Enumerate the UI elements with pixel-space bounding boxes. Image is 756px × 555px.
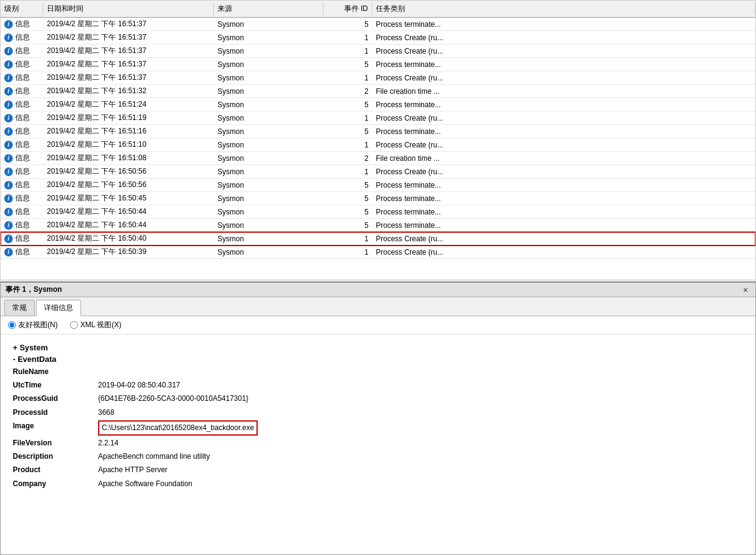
task-cell: Process terminate... bbox=[372, 220, 755, 231]
info-icon: i bbox=[4, 235, 13, 243]
header-datetime: 日期和时间 bbox=[43, 2, 214, 15]
info-icon: i bbox=[4, 114, 13, 122]
detail-header: 事件 1，Sysmon × bbox=[1, 283, 755, 297]
info-icon: i bbox=[4, 47, 13, 55]
level-cell: i 信息 bbox=[1, 44, 43, 57]
field-value: Apache Software Foundation bbox=[98, 478, 193, 490]
level-cell: i 信息 bbox=[1, 98, 43, 111]
table-row[interactable]: i 信息 2019/4/2 星期二 下午 16:50:56 Sysmon 5 P… bbox=[1, 179, 755, 192]
task-cell: File creation time ... bbox=[372, 86, 755, 97]
table-row[interactable]: i 信息 2019/4/2 星期二 下午 16:51:37 Sysmon 5 P… bbox=[1, 58, 755, 71]
table-row[interactable]: i 信息 2019/4/2 星期二 下午 16:50:44 Sysmon 5 P… bbox=[1, 219, 755, 232]
source-cell: Sysmon bbox=[214, 59, 323, 70]
table-row[interactable]: i 信息 2019/4/2 星期二 下午 16:51:10 Sysmon 1 P… bbox=[1, 138, 755, 152]
radio-option[interactable]: 友好视图(N) bbox=[8, 320, 58, 330]
level-text: 信息 bbox=[15, 86, 30, 96]
source-cell: Sysmon bbox=[214, 247, 323, 258]
table-row[interactable]: i 信息 2019/4/2 星期二 下午 16:50:39 Sysmon 1 P… bbox=[1, 246, 755, 259]
task-cell: Process Create (ru... bbox=[372, 247, 755, 258]
table-row[interactable]: i 信息 2019/4/2 星期二 下午 16:51:37 Sysmon 1 P… bbox=[1, 31, 755, 44]
datetime-cell: 2019/4/2 星期二 下午 16:51:16 bbox=[43, 125, 214, 138]
level-cell: i 信息 bbox=[1, 58, 43, 71]
detail-close-button[interactable]: × bbox=[741, 285, 751, 295]
level-text: 信息 bbox=[15, 59, 30, 69]
eventid-cell: 1 bbox=[323, 140, 372, 150]
datetime-cell: 2019/4/2 星期二 下午 16:50:44 bbox=[43, 219, 214, 232]
tabs-bar: 常规详细信息 bbox=[1, 297, 755, 316]
field-row: ProcessId 3668 bbox=[13, 407, 743, 419]
source-cell: Sysmon bbox=[214, 166, 323, 177]
field-value: 3668 bbox=[98, 407, 115, 419]
table-row[interactable]: i 信息 2019/4/2 星期二 下午 16:51:32 Sysmon 2 F… bbox=[1, 85, 755, 98]
field-name: Company bbox=[13, 478, 98, 490]
table-header: 级别 日期和时间 来源 事件 ID 任务类别 bbox=[1, 1, 755, 18]
level-text: 信息 bbox=[15, 220, 30, 230]
datetime-cell: 2019/4/2 星期二 下午 16:50:39 bbox=[43, 246, 214, 258]
field-row: FileVersion 2.2.14 bbox=[13, 437, 743, 449]
tab-详细信息[interactable]: 详细信息 bbox=[36, 300, 81, 316]
info-icon: i bbox=[4, 87, 13, 96]
eventid-cell: 5 bbox=[323, 126, 372, 137]
table-row[interactable]: i 信息 2019/4/2 星期二 下午 16:50:45 Sysmon 5 P… bbox=[1, 192, 755, 205]
info-icon: i bbox=[4, 101, 13, 109]
eventdata-expand[interactable]: - EventData bbox=[13, 355, 57, 364]
datetime-cell: 2019/4/2 星期二 下午 16:51:37 bbox=[43, 31, 214, 44]
eventid-cell: 5 bbox=[323, 220, 372, 231]
radio-input[interactable] bbox=[8, 321, 16, 329]
table-row[interactable]: i 信息 2019/4/2 星期二 下午 16:51:37 Sysmon 5 P… bbox=[1, 18, 755, 31]
source-cell: Sysmon bbox=[214, 72, 323, 83]
table-row[interactable]: i 信息 2019/4/2 星期二 下午 16:51:08 Sysmon 2 F… bbox=[1, 152, 755, 165]
task-cell: Process terminate... bbox=[372, 126, 755, 137]
eventid-cell: 1 bbox=[323, 166, 372, 177]
task-cell: File creation time ... bbox=[372, 153, 755, 164]
datetime-cell: 2019/4/2 星期二 下午 16:50:40 bbox=[43, 232, 214, 245]
radio-label: XML 视图(X) bbox=[80, 320, 122, 330]
table-row[interactable]: i 信息 2019/4/2 星期二 下午 16:50:40 Sysmon 1 P… bbox=[1, 232, 755, 246]
eventid-cell: 5 bbox=[323, 59, 372, 70]
level-cell: i 信息 bbox=[1, 125, 43, 138]
field-row: ProcessGuid {6D41E76B-2260-5CA3-0000-001… bbox=[13, 393, 743, 405]
field-name: UtcTime bbox=[13, 380, 98, 391]
info-icon: i bbox=[4, 34, 13, 42]
table-row[interactable]: i 信息 2019/4/2 星期二 下午 16:51:37 Sysmon 1 P… bbox=[1, 71, 755, 85]
level-cell: i 信息 bbox=[1, 71, 43, 84]
eventid-cell: 1 bbox=[323, 72, 372, 83]
table-row[interactable]: i 信息 2019/4/2 星期二 下午 16:50:56 Sysmon 1 P… bbox=[1, 165, 755, 179]
radio-option[interactable]: XML 视图(X) bbox=[70, 320, 122, 330]
level-text: 信息 bbox=[15, 233, 30, 244]
datetime-cell: 2019/4/2 星期二 下午 16:51:37 bbox=[43, 71, 214, 84]
table-row[interactable]: i 信息 2019/4/2 星期二 下午 16:51:24 Sysmon 5 P… bbox=[1, 98, 755, 111]
info-icon: i bbox=[4, 168, 13, 176]
source-cell: Sysmon bbox=[214, 180, 323, 191]
table-row[interactable]: i 信息 2019/4/2 星期二 下午 16:51:19 Sysmon 1 P… bbox=[1, 111, 755, 125]
radio-bar: 友好视图(N) XML 视图(X) bbox=[1, 316, 755, 334]
radio-input[interactable] bbox=[70, 321, 78, 329]
table-row[interactable]: i 信息 2019/4/2 星期二 下午 16:51:37 Sysmon 1 P… bbox=[1, 44, 755, 58]
eventid-cell: 5 bbox=[323, 180, 372, 191]
source-cell: Sysmon bbox=[214, 220, 323, 231]
system-node: + System bbox=[13, 343, 743, 352]
task-cell: Process Create (ru... bbox=[372, 32, 755, 43]
datetime-cell: 2019/4/2 星期二 下午 16:51:24 bbox=[43, 98, 214, 111]
level-text: 信息 bbox=[15, 19, 30, 29]
header-task: 任务类别 bbox=[372, 2, 755, 15]
task-cell: Process terminate... bbox=[372, 19, 755, 30]
task-cell: Process Create (ru... bbox=[372, 46, 755, 57]
info-icon: i bbox=[4, 20, 13, 29]
event-table-section: 级别 日期和时间 来源 事件 ID 任务类别 i 信息 2019/4/2 星期二… bbox=[0, 0, 756, 280]
system-expand[interactable]: + System bbox=[13, 343, 48, 352]
level-cell: i 信息 bbox=[1, 85, 43, 97]
source-cell: Sysmon bbox=[214, 207, 323, 217]
datetime-cell: 2019/4/2 星期二 下午 16:50:56 bbox=[43, 165, 214, 178]
level-text: 信息 bbox=[15, 113, 30, 123]
detail-section: 事件 1，Sysmon × 常规详细信息 友好视图(N) XML 视图(X) +… bbox=[0, 281, 756, 555]
task-cell: Process Create (ru... bbox=[372, 166, 755, 177]
info-icon: i bbox=[4, 60, 13, 69]
table-row[interactable]: i 信息 2019/4/2 星期二 下午 16:51:16 Sysmon 5 P… bbox=[1, 125, 755, 138]
tab-常规[interactable]: 常规 bbox=[4, 300, 35, 316]
table-row[interactable]: i 信息 2019/4/2 星期二 下午 16:50:44 Sysmon 5 P… bbox=[1, 205, 755, 219]
header-eventid: 事件 ID bbox=[323, 2, 372, 15]
info-icon: i bbox=[4, 194, 13, 203]
source-cell: Sysmon bbox=[214, 46, 323, 57]
field-value-highlight: C:\Users\123\ncat\20165208ex4_backdoor.e… bbox=[98, 420, 258, 436]
